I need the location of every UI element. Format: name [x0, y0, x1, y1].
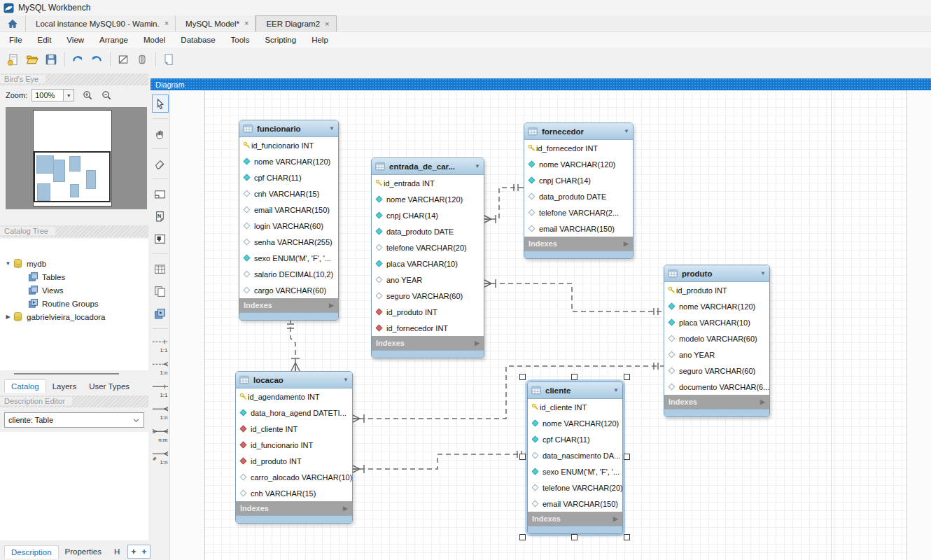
tab-catalog[interactable]: Catalog [4, 379, 46, 393]
selection-handle[interactable] [571, 374, 578, 380]
doc-tab-mysql-model[interactable]: MySQL Model*× [176, 15, 255, 31]
menu-tools[interactable]: Tools [223, 34, 258, 46]
rel-n-m-identifying-tool[interactable]: n:m [152, 424, 169, 442]
rel-1-1-identifying-tool[interactable]: 1:1 [152, 379, 169, 398]
rel-1-n-non-identifying-tool[interactable]: 1:n [152, 357, 169, 375]
tree-item-tables[interactable]: Tables [0, 270, 148, 284]
menu-view[interactable]: View [59, 34, 92, 46]
tree-item-gabrielvieira-locadora[interactable]: ▶gabrielvieira_locadora [0, 310, 148, 323]
save-model-button[interactable] [42, 50, 60, 69]
expander-expanded-icon[interactable]: ▼ [4, 260, 13, 267]
table-header[interactable]: produto▼ [664, 265, 769, 282]
selection-handle[interactable] [624, 454, 630, 460]
tab-layers[interactable]: Layers [46, 380, 83, 393]
description-editor-panel-header[interactable]: Description Editor [0, 396, 148, 407]
tab-properties[interactable]: Properties [59, 545, 108, 558]
indexes-section[interactable]: Indexes▶ [528, 512, 622, 526]
undo-button[interactable] [69, 50, 87, 69]
tab-user-types[interactable]: User Types [83, 380, 136, 393]
expand-arrow-icon[interactable]: ▶ [624, 240, 629, 247]
description-editor-body[interactable] [0, 432, 148, 540]
doc-tab-eer-diagram2[interactable]: EER Diagram2× [255, 15, 336, 31]
zoom-dropdown-arrow-icon[interactable]: ▼ [64, 89, 74, 102]
collapse-arrow-icon[interactable]: ▼ [624, 128, 629, 134]
birdseye-minimap[interactable] [6, 107, 147, 209]
close-tab-icon[interactable]: × [325, 20, 329, 28]
collapse-arrow-icon[interactable]: ▼ [760, 270, 766, 276]
new-diagram-button[interactable] [160, 50, 178, 69]
indexes-section[interactable]: Indexes▶ [236, 501, 352, 515]
selection-handle[interactable] [571, 534, 578, 540]
collapse-arrow-icon[interactable]: ▼ [329, 125, 335, 132]
indexes-section[interactable]: Indexes▶ [664, 395, 769, 409]
tab-description[interactable]: Description [4, 545, 59, 559]
layer-tool[interactable] [152, 185, 169, 203]
collapse-arrow-icon[interactable]: ▼ [343, 377, 349, 383]
tab-h[interactable]: H [108, 545, 126, 558]
selection-handle[interactable] [519, 534, 526, 540]
zoom-out-button[interactable] [102, 90, 112, 101]
pointer-tool[interactable] [152, 94, 169, 113]
view-tool[interactable] [152, 282, 169, 300]
tree-item-views[interactable]: Views [0, 284, 148, 297]
redo-button[interactable] [88, 50, 106, 69]
menu-scripting[interactable]: Scripting [257, 34, 304, 46]
close-tab-icon[interactable]: × [244, 20, 248, 27]
indexes-section[interactable]: Indexes▶ [524, 237, 633, 251]
routine-group-tool[interactable] [152, 304, 169, 323]
selection-handle[interactable] [624, 534, 630, 540]
description-object-select[interactable]: cliente: Table [4, 412, 144, 428]
note-tool[interactable]: N [152, 207, 169, 225]
diagram-canvas[interactable]: funcionario▼id_funcionario INTnome VARCH… [170, 90, 931, 560]
selection-handle[interactable] [624, 374, 630, 380]
indexes-section[interactable]: Indexes▶ [372, 336, 484, 350]
expand-arrow-icon[interactable]: ▶ [329, 302, 334, 309]
menu-help[interactable]: Help [304, 34, 336, 46]
selection-handle[interactable] [519, 374, 526, 380]
table-header[interactable]: entrada_de_car...▼ [372, 158, 484, 175]
rel-1-n-identifying-tool[interactable]: 1:n [152, 402, 169, 420]
table-fornecedor[interactable]: fornecedor▼id_fornecedor INTnome VARCHAR… [524, 122, 634, 259]
toggle-outline-button[interactable] [133, 50, 151, 69]
tree-item-routine-groups[interactable]: Routine Groups [0, 297, 148, 310]
table-cliente[interactable]: cliente▼id_cliente INTnome VARCHAR(120)c… [527, 382, 623, 534]
panel-splitter[interactable] [14, 373, 119, 374]
collapse-arrow-icon[interactable]: ▼ [613, 387, 619, 393]
table-entrada-de-car[interactable]: entrada_de_car...▼id_entrada INTnome VAR… [371, 158, 484, 358]
expander-collapsed-icon[interactable]: ▶ [4, 314, 13, 320]
rel-1-1-non-identifying-tool[interactable]: 1:1 [152, 335, 169, 353]
doc-tab-local-instance-mysql90-wamin[interactable]: Local instance MySQL90 - Wamin.× [26, 15, 176, 31]
zoom-level-select[interactable]: 100% [31, 89, 64, 102]
birdseye-panel-header[interactable]: Bird's Eye [0, 74, 148, 85]
new-model-button[interactable] [4, 50, 22, 69]
home-tab[interactable] [0, 15, 26, 31]
expand-arrow-icon[interactable]: ▶ [343, 505, 348, 512]
table-header[interactable]: fornecedor▼ [524, 123, 633, 140]
nav-prev-icon[interactable] [130, 548, 137, 555]
collapse-arrow-icon[interactable]: ▼ [475, 163, 480, 169]
menu-database[interactable]: Database [173, 34, 223, 46]
menu-file[interactable]: File [1, 34, 30, 46]
expand-arrow-icon[interactable]: ▶ [475, 340, 479, 346]
menu-model[interactable]: Model [136, 34, 173, 46]
selection-handle[interactable] [519, 454, 526, 460]
table-funcionario[interactable]: funcionario▼id_funcionario INTnome VARCH… [239, 120, 339, 321]
expand-arrow-icon[interactable]: ▶ [613, 515, 618, 522]
expand-arrow-icon[interactable]: ▶ [760, 398, 765, 405]
rel-1-n-existing-columns-tool[interactable]: 1:n [152, 447, 169, 465]
table-header[interactable]: funcionario▼ [239, 120, 338, 137]
image-tool[interactable] [152, 230, 169, 248]
menu-edit[interactable]: Edit [30, 34, 59, 46]
open-model-button[interactable] [23, 50, 41, 69]
indexes-section[interactable]: Indexes▶ [239, 298, 338, 312]
table-header[interactable]: locacao▼ [236, 372, 352, 388]
close-tab-icon[interactable]: × [164, 20, 169, 27]
tree-item-mydb[interactable]: ▼mydb [0, 257, 148, 270]
toggle-fill-button[interactable] [114, 50, 132, 69]
zoom-in-button[interactable] [83, 90, 93, 101]
hand-tool[interactable] [152, 125, 169, 143]
eraser-tool[interactable] [152, 155, 169, 173]
menu-arrange[interactable]: Arrange [92, 34, 136, 46]
minimap-viewport[interactable] [34, 151, 111, 202]
table-produto[interactable]: produto▼id_produto INTnome VARCHAR(120)p… [664, 265, 770, 417]
